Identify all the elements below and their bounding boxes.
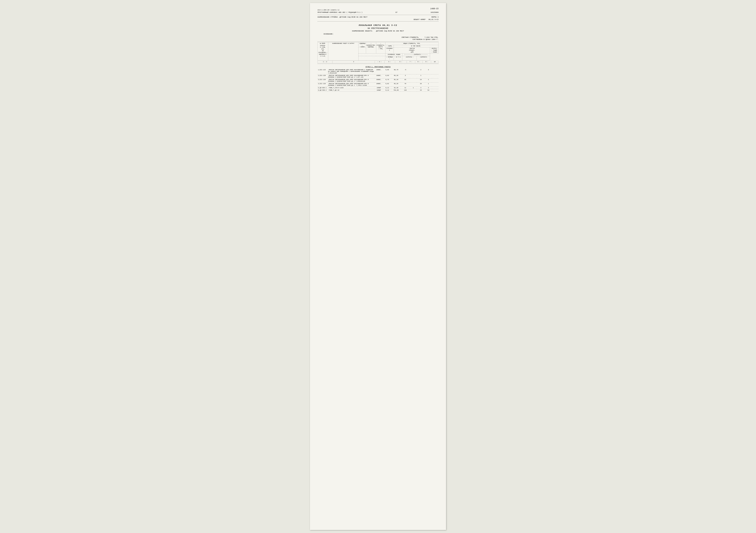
na-label-row: НА ЭЛЕКТРОСНАБЖЕНИЕ	[317, 27, 439, 30]
col-edinica-header: :ЕДИНИЦА :: ИЗМЕР,	[359, 42, 366, 54]
naim-obekta-val: ДЕТСКИЕ САД-ЯСЛИ НА 280 МЕСТ	[376, 30, 404, 32]
naim-obekta-label: НАИМЕНОВАНИЕ ОБЪЕКТА-	[352, 30, 373, 32]
row5-desc-text: -ТОЖЕ,Т,СУ8-Н-1Х25	[328, 87, 344, 89]
col-naim-header: НАИМЕНОВАНИЕ РАБОТ И ЗАТРАТ	[328, 42, 359, 61]
col-eksp-header: :ЭКСПУА-: ТАЦИЯ: МАШИН	[430, 47, 438, 54]
doc-ref-number: 1488-С5	[430, 8, 439, 10]
top-right-number: 1488-С5	[430, 8, 439, 10]
row6-col9: 54	[425, 89, 432, 92]
row1-price: 88,70	[392, 69, 401, 74]
row5-num-text: 5,Ц8-604-1	[318, 87, 327, 89]
row6-qty: 0,14	[383, 89, 392, 92]
row3-qty-text: 0,76	[386, 79, 389, 80]
row5-col7-text: 1	[413, 87, 414, 89]
row4-price-text: 85,20	[394, 83, 398, 85]
col-num-6: 6 :	[395, 61, 407, 63]
doc-number: 214-1-284.84 (книга 1)	[317, 9, 339, 11]
work-table: 1,Е21-123 -МОНТАЖ СВЕТИЛЬНИКОВ ДЛЯ ЛАМП …	[317, 69, 439, 92]
row6-num-text: 6,Ц8-596-2	[318, 89, 327, 91]
col-zarplata-head-header: :----------:ЗАРПЛАТА:--------	[402, 54, 430, 56]
row3-col10	[432, 78, 439, 83]
row6-col7	[410, 89, 417, 92]
table-header: № ПРЕЙ- СКУРАН- Н 1ТОВ, УСН, ПП IРАСЦЕНО…	[317, 42, 439, 61]
row2-num: 2,Е21-129	[317, 74, 328, 78]
row5-col8: 4	[417, 87, 425, 89]
row4-unit: 100ШТ,	[375, 83, 383, 87]
col-pryamye-header: : ПРЯМЫЕ :	[385, 56, 394, 60]
row6-unit-text: 100ШТ	[377, 89, 381, 91]
row4-qty-text: 0,82	[386, 83, 389, 85]
row2-qty: 0,03	[383, 74, 392, 78]
row3-price: 85,20	[392, 78, 401, 83]
row3-col9: 1	[425, 78, 432, 83]
col-usl-header: :УСЛОВНО-I	[385, 47, 394, 54]
col-num-4: : 4 :	[375, 61, 384, 63]
row2-desc: -МОНТАЖ СВЕТИЛЬНИКОВ ДЛЯ ЛАМП НАКАЛИВАНИ…	[328, 74, 375, 78]
column-numbers-row: 1 : 2 3 : 4 : 5 : 6 : 7 : 8 : 9 : 10	[317, 61, 439, 63]
row1-qty: 0,06	[383, 69, 392, 74]
osnov-row: ОСНОВАНИЕ:	[324, 33, 439, 35]
row5-qty: 0,12	[383, 87, 392, 89]
smeta-title-text: ЛОКАЛЬНАЯ СМЕТА 86,81 З-С2	[359, 24, 397, 26]
osnov-label: ОСНОВАНИЕ:	[324, 33, 334, 35]
header-meta: ПРОГРАММНЫЙ КОМПЛЕКС АВС-ЗЕС ( РЕДАКЦИЯ …	[317, 12, 439, 13]
row4-desc-text: -МОНТАЖ СВЕТИЛЬНИКОВ ДЛЯ ЛАМП НАКАЛИВАНИ…	[328, 83, 369, 86]
row6-price-text: 784,00	[393, 89, 398, 91]
forma: ФОРМА 4	[432, 16, 439, 18]
col-num-8: 8 :	[415, 61, 422, 63]
row2-desc-text: -МОНТАЖ СВЕТИЛЬНИКОВ ДЛЯ ЛАМП НАКАЛИВАНИ…	[328, 75, 369, 78]
row4-desc: -МОНТАЖ СВЕТИЛЬНИКОВ ДЛЯ ЛАМП НАКАЛИВАНИ…	[328, 83, 375, 87]
row5-price-text: 92,40	[394, 87, 398, 89]
col-zatraty-header: :ЗАТРАТЫ :	[402, 56, 417, 60]
table-row: 3,Е21-129 -МОНТАЖ СВЕТИЛЬНИКОВ ДЛЯ ЛАМП …	[317, 78, 439, 83]
row2-unit: 100ШТ,	[375, 74, 383, 78]
col-normer-header: № ПРЕЙ- СКУРАН- Н 1ТОВ, УСН, ПП IРАСЦЕНО…	[318, 42, 328, 61]
row2-price: 85,20	[392, 74, 401, 78]
row6-unit: 100ШТ	[375, 89, 383, 92]
row6-col8: 23	[417, 89, 425, 92]
row1-price-text: 88,70	[394, 69, 398, 70]
row1-desc-text: -МОНТАЖ СВЕТИЛЬНИКОВ ДЛЯ ЛАМП НАКАЛИВАНИ…	[328, 69, 374, 74]
row3-price-text: 85,20	[394, 79, 398, 80]
row3-unit: 100ШТ,	[375, 78, 383, 83]
col-vtomchisle-header: В ТОМ ЧИСЛЕ:	[394, 45, 439, 47]
row6-price: 784,00	[392, 89, 401, 92]
row2-col9	[425, 74, 432, 78]
row1-total: -5	[401, 69, 410, 74]
row6-num: 6,Ц8-596-2	[317, 89, 328, 92]
row6-total-text: 110	[404, 89, 407, 91]
row5-col9: 3	[425, 87, 432, 89]
col-osnov-mashin-header: :ОСНОВНАЯ: МАШИН	[385, 54, 402, 56]
row5-num: 5,Ц8-604-1	[317, 87, 328, 89]
row2-total: 3	[401, 74, 410, 78]
col-zarplata-foot-header: :ЗАРПЛАТА	[417, 56, 430, 60]
row1-total-text: -5	[404, 69, 406, 70]
row4-qty: 0,82	[383, 83, 392, 87]
objekt-nomer-row: ОБЪЕКТ НОМЕР 86,81 З-С2	[317, 18, 439, 20]
row3-col8-text: 24	[420, 79, 422, 80]
row5-unit: 100ШТ	[375, 87, 383, 89]
col-vtch-header: : В Т.Ч.	[394, 56, 402, 60]
row2-col10	[432, 74, 439, 78]
col-kolichestvo-header: : КОЛИЧЕСТВО: ЕДИНИЦЫ,	[366, 42, 376, 54]
col-stoimost-header: : СТОИМОСТЬ:ВСЕГО: РУБ,	[376, 42, 385, 54]
col-span-35	[359, 56, 386, 60]
row2-unit-text: 100ШТ,	[376, 75, 381, 76]
row3-col9-text: 1	[428, 79, 429, 80]
row1-unit: 100ШТ,	[375, 69, 383, 74]
section1-title: ОТДЕЛ 1. МОНТАЖНЫЕ РАБОТЫ	[317, 66, 439, 68]
row4-total: 70	[401, 83, 410, 87]
row5-col10	[432, 87, 439, 89]
row6-col8-text: 23	[420, 89, 422, 91]
row1-col9-text: 3	[428, 69, 429, 70]
table-row: 6,Ц8-596-2 -ТОЖЕ,Т,ДС-19 100ШТ 0,14 784,…	[317, 89, 439, 92]
table-row: 5,Ц8-604-1 -ТОЖЕ,Т,СУ8-Н-1Х25 100ШТ 0,12…	[317, 87, 439, 89]
row3-unit-text: 100ШТ,	[376, 79, 381, 80]
row4-col7	[410, 83, 417, 87]
row6-col9-text: 54	[428, 89, 429, 91]
col-num-1: 1 : 2	[318, 61, 333, 63]
naim-strojki: НАИМЕНОВАНИЕ СТРОЙКИ- ДЕТСКИЕ САД-ЯСЛИ Н…	[317, 16, 367, 18]
col-num-5: 5 :	[384, 61, 395, 63]
number-97: 97	[395, 12, 397, 13]
table-bottom-header-border	[317, 64, 439, 64]
